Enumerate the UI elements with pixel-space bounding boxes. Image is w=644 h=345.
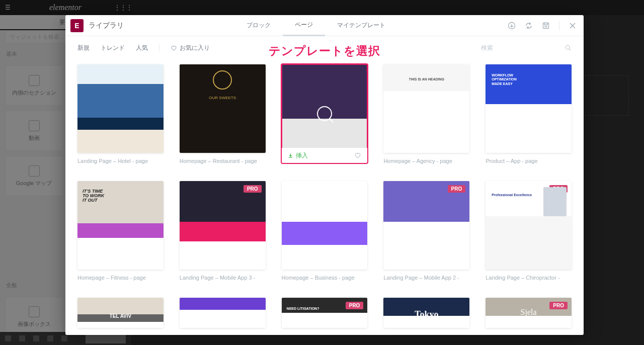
template-footer: 挿入 [282, 148, 368, 163]
template-card[interactable]: PRO [282, 298, 368, 328]
template-grid-scroll[interactable]: Landing Page – Hotel - pageHomepage – Re… [65, 59, 584, 335]
search-icon [565, 44, 572, 51]
template-thumbnail[interactable]: PRO [486, 298, 572, 328]
template-thumbnail[interactable] [282, 181, 368, 270]
template-caption: Landing Page – Mobile App 3 - page [180, 275, 266, 283]
template-card[interactable]: 挿入 [282, 64, 368, 166]
template-card[interactable]: Landing Page – Hotel - page [77, 64, 164, 166]
template-thumbnail[interactable] [383, 64, 469, 153]
template-card[interactable]: PROLanding Page – Mobile App 3 - page [180, 181, 266, 283]
svg-rect-1 [543, 23, 549, 28]
template-caption: Homepage – Fitness - page [77, 275, 164, 283]
template-caption: Landing Page – Chiropractor - page [486, 275, 572, 283]
sync-icon[interactable] [525, 22, 533, 30]
template-caption: Homepage – Agency - page [383, 158, 469, 166]
template-caption: Landing Page – Hotel - page [77, 158, 164, 166]
template-caption: Homepage – Restaurant - page [180, 158, 266, 166]
filter-trend[interactable]: トレンド [101, 44, 125, 52]
tab-blocks[interactable]: ブロック [234, 15, 283, 36]
tab-my-templates[interactable]: マイテンプレート [325, 15, 397, 36]
pro-badge: PRO [346, 302, 364, 309]
template-card[interactable]: PROLanding Page – Mobile App 2 - page [383, 181, 469, 283]
filter-popular[interactable]: 人気 [136, 44, 148, 52]
filter-favorites[interactable]: お気に入り [171, 44, 210, 52]
modal-title: ライブラリ [89, 21, 124, 30]
pro-badge: PRO [448, 185, 466, 193]
template-thumbnail[interactable]: 挿入 [282, 64, 368, 163]
template-thumbnail[interactable]: PRO [486, 181, 572, 270]
template-caption: Landing Page – Mobile App 2 - page [383, 275, 469, 283]
modal-toolbar: 新規 トレンド 人気 お気に入り [65, 36, 584, 59]
template-card[interactable] [383, 298, 469, 328]
heart-icon [171, 45, 177, 51]
favorite-icon[interactable] [354, 152, 361, 159]
template-thumbnail[interactable] [77, 298, 164, 328]
search-box[interactable] [481, 41, 572, 55]
template-card[interactable] [180, 298, 266, 328]
zoom-icon[interactable] [317, 106, 332, 121]
svg-point-2 [566, 45, 570, 49]
template-card[interactable]: Homepage – Agency - page [383, 64, 469, 166]
tab-pages[interactable]: ページ [283, 15, 325, 36]
elementor-logo-icon: E [70, 19, 84, 32]
template-card[interactable]: Homepage – Business - page [282, 181, 368, 283]
insert-button[interactable]: 挿入 [288, 151, 308, 160]
template-thumbnail[interactable] [77, 64, 164, 153]
template-card[interactable] [77, 298, 164, 328]
template-thumbnail[interactable]: PRO [282, 298, 368, 328]
template-grid: Landing Page – Hotel - pageHomepage – Re… [77, 64, 572, 328]
save-icon[interactable] [542, 22, 550, 30]
template-thumbnail[interactable] [383, 298, 469, 328]
close-icon[interactable] [569, 22, 577, 30]
pro-badge: PRO [549, 302, 568, 309]
template-thumbnail[interactable] [486, 64, 572, 153]
modal-header: E ライブラリ ブロック ページ マイテンプレート [65, 15, 584, 36]
template-caption: Homepage – Business - page [282, 275, 368, 283]
template-card[interactable]: PROLanding Page – Chiropractor - page [486, 181, 572, 283]
template-caption: Product – App - page [486, 158, 572, 166]
template-thumbnail[interactable] [180, 64, 266, 153]
template-thumbnail[interactable]: PRO [383, 181, 469, 270]
filter-new[interactable]: 新規 [77, 44, 90, 52]
pro-badge: PRO [549, 185, 568, 193]
template-card[interactable]: Homepage – Fitness - page [77, 181, 164, 283]
template-thumbnail[interactable] [180, 298, 266, 328]
import-icon[interactable] [508, 22, 516, 30]
template-thumbnail[interactable]: PRO [180, 181, 266, 270]
template-card[interactable]: Homepage – Restaurant - page [180, 64, 266, 166]
search-input[interactable] [481, 44, 565, 51]
template-thumbnail[interactable] [77, 181, 164, 270]
download-icon [288, 153, 293, 158]
template-card[interactable]: PRO [486, 298, 572, 328]
library-modal: E ライブラリ ブロック ページ マイテンプレート 新規 トレンド 人気 お気に… [65, 15, 584, 335]
pro-badge: PRO [244, 185, 262, 193]
template-card[interactable]: Product – App - page [486, 64, 572, 166]
